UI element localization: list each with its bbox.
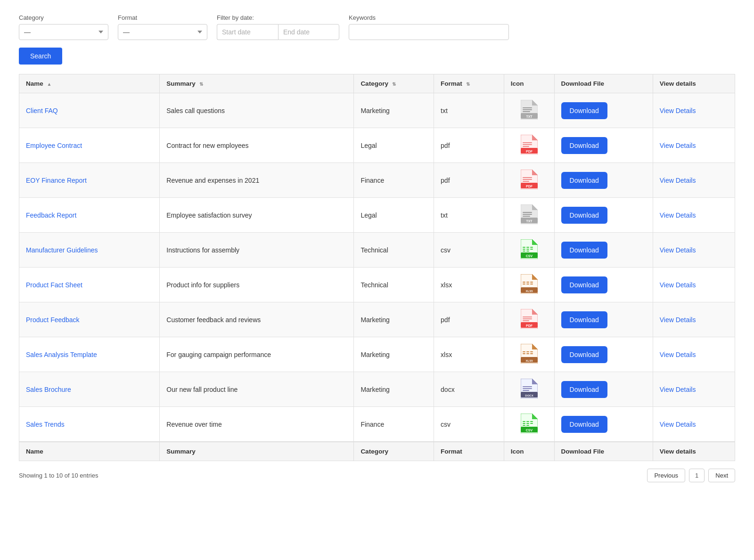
cell-download: Download bbox=[554, 302, 653, 337]
sort-icon-category: ⇅ bbox=[392, 81, 396, 87]
download-button[interactable]: Download bbox=[561, 381, 607, 398]
name-link[interactable]: Employee Contract bbox=[26, 142, 82, 149]
sort-icon-format: ⇅ bbox=[466, 81, 470, 87]
svg-rect-9 bbox=[523, 142, 532, 143]
svg-rect-59 bbox=[523, 351, 525, 352]
end-date-input[interactable] bbox=[278, 24, 339, 40]
table-row: Manufacturer Guidelines Instructions for… bbox=[19, 233, 735, 268]
cell-name: Client FAQ bbox=[19, 93, 160, 128]
cell-view-details: View Details bbox=[653, 268, 735, 302]
table-row: Feedback Report Employee satisfaction su… bbox=[19, 198, 735, 233]
svg-rect-71 bbox=[523, 390, 529, 391]
col-header-category[interactable]: Category ⇅ bbox=[354, 74, 434, 93]
cell-format: pdf bbox=[434, 302, 504, 337]
svg-text:DOCX: DOCX bbox=[525, 394, 533, 397]
cell-summary: Contract for new employees bbox=[160, 128, 354, 163]
cell-icon: PDF bbox=[504, 302, 554, 337]
download-button[interactable]: Download bbox=[561, 242, 607, 259]
footer-icon: Icon bbox=[504, 442, 554, 461]
cell-icon: XLS5 bbox=[504, 268, 554, 302]
name-link[interactable]: EOY Finance Report bbox=[26, 177, 87, 184]
start-date-input[interactable] bbox=[217, 24, 278, 40]
format-filter-group: Format — bbox=[118, 14, 207, 40]
name-link[interactable]: Sales Trends bbox=[26, 421, 65, 428]
view-details-link[interactable]: View Details bbox=[660, 351, 696, 358]
col-header-summary[interactable]: Summary ⇅ bbox=[160, 74, 354, 93]
cell-view-details: View Details bbox=[653, 302, 735, 337]
col-header-name[interactable]: Name ▲ bbox=[19, 74, 160, 93]
cell-format: xlsx bbox=[434, 268, 504, 302]
table-footer-row: Name Summary Category Format Icon Downlo… bbox=[19, 442, 735, 461]
col-header-details: View details bbox=[653, 74, 735, 93]
svg-rect-33 bbox=[523, 249, 525, 250]
name-link[interactable]: Manufacturer Guidelines bbox=[26, 246, 98, 254]
cell-icon: XLS5 bbox=[504, 337, 554, 372]
download-button[interactable]: Download bbox=[561, 102, 607, 119]
keywords-input[interactable] bbox=[349, 24, 509, 40]
table-row: Product Feedback Customer feedback and r… bbox=[19, 302, 735, 337]
search-button[interactable]: Search bbox=[19, 48, 62, 65]
sort-icon-name: ▲ bbox=[47, 81, 52, 87]
col-header-download: Download File bbox=[554, 74, 653, 93]
cell-summary: Sales call questions bbox=[160, 93, 354, 128]
cell-category: Technical bbox=[354, 233, 434, 268]
next-button[interactable]: Next bbox=[708, 469, 735, 482]
svg-rect-32 bbox=[530, 247, 533, 248]
name-link[interactable]: Client FAQ bbox=[26, 107, 58, 114]
cell-format: txt bbox=[434, 93, 504, 128]
view-details-link[interactable]: View Details bbox=[660, 246, 696, 254]
pagination-row: Showing 1 to 10 of 10 entries Previous 1… bbox=[19, 469, 735, 482]
cell-name: Sales Trends bbox=[19, 407, 160, 442]
showing-entries: Showing 1 to 10 of 10 entries bbox=[19, 472, 98, 479]
category-filter-group: Category — bbox=[19, 14, 108, 40]
cell-category: Legal bbox=[354, 198, 434, 233]
svg-text:PDF: PDF bbox=[526, 324, 533, 327]
cell-view-details: View Details bbox=[653, 128, 735, 163]
table-row: Sales Brochure Our new fall product line… bbox=[19, 372, 735, 407]
cell-summary: Revenue and expenses in 2021 bbox=[160, 163, 354, 198]
download-button[interactable]: Download bbox=[561, 207, 607, 224]
download-button[interactable]: Download bbox=[561, 311, 607, 328]
svg-rect-52 bbox=[523, 317, 532, 317]
col-header-format[interactable]: Format ⇅ bbox=[434, 74, 504, 93]
previous-button[interactable]: Previous bbox=[647, 469, 685, 482]
download-button[interactable]: Download bbox=[561, 137, 607, 154]
cell-summary: Instructions for assembly bbox=[160, 233, 354, 268]
cell-summary: Product info for suppliers bbox=[160, 268, 354, 302]
view-details-link[interactable]: View Details bbox=[660, 386, 696, 393]
view-details-link[interactable]: View Details bbox=[660, 281, 696, 289]
svg-rect-80 bbox=[526, 423, 529, 424]
filters-section: Category — Format — Filter by date: Keyw… bbox=[19, 14, 735, 40]
cell-summary: Employee satisfaction survey bbox=[160, 198, 354, 233]
footer-summary: Summary bbox=[160, 442, 354, 461]
name-link[interactable]: Product Fact Sheet bbox=[26, 281, 82, 289]
cell-icon: CSV bbox=[504, 233, 554, 268]
view-details-link[interactable]: View Details bbox=[660, 107, 696, 114]
view-details-link[interactable]: View Details bbox=[660, 211, 696, 219]
view-details-link[interactable]: View Details bbox=[660, 177, 696, 184]
cell-view-details: View Details bbox=[653, 233, 735, 268]
view-details-link[interactable]: View Details bbox=[660, 421, 696, 428]
name-link[interactable]: Feedback Report bbox=[26, 211, 76, 219]
format-select[interactable]: — bbox=[118, 24, 207, 40]
download-button[interactable]: Download bbox=[561, 346, 607, 363]
current-page: 1 bbox=[689, 469, 705, 482]
cell-summary: Our new fall product line bbox=[160, 372, 354, 407]
cell-view-details: View Details bbox=[653, 407, 735, 442]
download-button[interactable]: Download bbox=[561, 276, 607, 293]
name-link[interactable]: Product Feedback bbox=[26, 316, 80, 324]
svg-rect-3 bbox=[523, 109, 532, 110]
download-button[interactable]: Download bbox=[561, 416, 607, 433]
category-select[interactable]: — bbox=[19, 24, 108, 40]
svg-rect-53 bbox=[523, 318, 532, 319]
svg-rect-64 bbox=[530, 353, 533, 354]
cell-download: Download bbox=[554, 372, 653, 407]
view-details-link[interactable]: View Details bbox=[660, 316, 696, 324]
download-button[interactable]: Download bbox=[561, 172, 607, 189]
table-row: Employee Contract Contract for new emplo… bbox=[19, 128, 735, 163]
cell-download: Download bbox=[554, 163, 653, 198]
cell-view-details: View Details bbox=[653, 372, 735, 407]
view-details-link[interactable]: View Details bbox=[660, 142, 696, 149]
name-link[interactable]: Sales Brochure bbox=[26, 386, 71, 393]
name-link[interactable]: Sales Analysis Template bbox=[26, 351, 97, 358]
